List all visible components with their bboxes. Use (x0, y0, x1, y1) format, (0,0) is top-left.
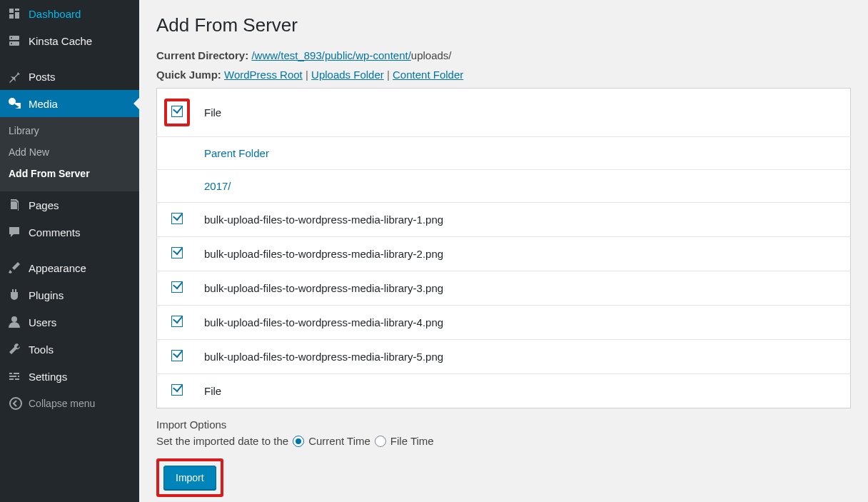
sidebar-subitem-library[interactable]: Library (0, 120, 139, 141)
radio-current-time[interactable] (293, 436, 304, 447)
import-date-row: Set the imported date to the Current Tim… (156, 435, 851, 447)
table-row: bulk-upload-files-to-wordpress-media-lib… (157, 237, 851, 271)
collapse-icon (9, 396, 23, 411)
sidebar-item-label: Pages (29, 199, 59, 211)
table-row-parent-folder: Parent Folder (157, 137, 851, 170)
sidebar-item-label: Appearance (29, 262, 86, 274)
comment-icon (7, 225, 21, 239)
sidebar-item-label: Dashboard (29, 8, 81, 20)
quick-jump-uploads-folder[interactable]: Uploads Folder (311, 69, 384, 81)
import-date-label: Set the imported date to the (156, 435, 288, 447)
user-icon (7, 315, 21, 329)
column-footer-file: File (197, 374, 851, 408)
pin-icon (7, 69, 21, 84)
file-checkbox[interactable] (171, 247, 183, 258)
sidebar-item-posts[interactable]: Posts (0, 63, 139, 90)
radio-file-time[interactable] (375, 436, 386, 447)
main-content: Add From Server Current Directory: /www/… (139, 0, 868, 502)
dashboard-icon (7, 6, 21, 21)
collapse-label: Collapse menu (29, 398, 95, 409)
sidebar-item-label: Comments (29, 226, 81, 239)
sidebar-item-label: Users (29, 316, 56, 328)
sidebar-item-comments[interactable]: Comments (0, 219, 139, 246)
table-row: bulk-upload-files-to-wordpress-media-lib… (157, 306, 851, 340)
collapse-menu-button[interactable]: Collapse menu (0, 390, 139, 417)
table-row: bulk-upload-files-to-wordpress-media-lib… (157, 203, 851, 237)
sidebar-item-appearance[interactable]: Appearance (0, 254, 139, 281)
quick-jump-content-folder[interactable]: Content Folder (393, 69, 463, 81)
sidebar-item-settings[interactable]: Settings (0, 363, 139, 390)
select-all-checkbox-bottom[interactable] (171, 384, 183, 396)
current-directory-path-tail: uploads/ (411, 49, 452, 61)
page-title: Add From Server (156, 14, 851, 36)
sidebar-item-label: Kinsta Cache (29, 35, 92, 47)
sidebar-item-label: Plugins (29, 289, 64, 301)
server-icon (7, 34, 21, 48)
sidebar-item-pages[interactable]: Pages (0, 191, 139, 219)
table-row: bulk-upload-files-to-wordpress-media-lib… (157, 340, 851, 374)
wrench-icon (7, 342, 21, 356)
quick-jump-wordpress-root[interactable]: WordPress Root (224, 69, 303, 81)
import-options: Import Options Set the imported date to … (156, 418, 851, 447)
table-header-row: File (157, 89, 851, 137)
file-name: bulk-upload-files-to-wordpress-media-lib… (197, 340, 851, 374)
table-footer-row: File (157, 374, 851, 408)
sidebar-submenu-media: Library Add New Add From Server (0, 117, 139, 191)
sidebar-item-media[interactable]: Media (0, 90, 139, 117)
table-row-folder: 2017/ (157, 170, 851, 203)
brush-icon (7, 261, 21, 275)
file-checkbox[interactable] (171, 350, 183, 361)
radio-file-time-label: File Time (390, 435, 434, 447)
plug-icon (7, 288, 21, 302)
highlight-import-button: Import (156, 458, 223, 497)
import-button[interactable]: Import (163, 466, 216, 490)
sidebar-item-label: Tools (29, 343, 54, 356)
sidebar-item-plugins[interactable]: Plugins (0, 281, 139, 308)
svg-point-4 (9, 98, 16, 105)
page-icon (7, 198, 21, 212)
file-checkbox[interactable] (171, 316, 183, 327)
sidebar-item-users[interactable]: Users (0, 308, 139, 336)
highlight-select-all (164, 99, 190, 126)
sidebar-item-dashboard[interactable]: Dashboard (0, 0, 139, 27)
folder-link[interactable]: 2017/ (204, 180, 231, 192)
file-checkbox[interactable] (171, 281, 183, 293)
sidebar-item-kinsta-cache[interactable]: Kinsta Cache (0, 27, 139, 54)
import-options-title: Import Options (156, 418, 851, 431)
current-directory-line: Current Directory: /www/test_893/public/… (156, 49, 851, 61)
file-name: bulk-upload-files-to-wordpress-media-lib… (197, 237, 851, 271)
current-directory-label: Current Directory: (156, 49, 248, 61)
file-name: bulk-upload-files-to-wordpress-media-lib… (197, 271, 851, 306)
sidebar-item-label: Posts (29, 71, 56, 83)
svg-point-5 (11, 316, 17, 322)
table-row: bulk-upload-files-to-wordpress-media-lib… (157, 271, 851, 306)
svg-point-6 (10, 398, 21, 409)
sidebar-item-label: Media (29, 98, 58, 110)
file-list-table: File Parent Folder 2017/ bulk-upload-fil… (156, 88, 851, 408)
svg-point-2 (11, 37, 12, 39)
file-checkbox[interactable] (171, 213, 183, 224)
sidebar-subitem-add-from-server[interactable]: Add From Server (0, 163, 139, 184)
svg-point-3 (11, 43, 12, 44)
media-icon (7, 96, 21, 111)
file-name: bulk-upload-files-to-wordpress-media-lib… (197, 306, 851, 340)
radio-current-time-label: Current Time (308, 435, 370, 447)
select-all-checkbox-top[interactable] (171, 106, 183, 117)
file-name: bulk-upload-files-to-wordpress-media-lib… (197, 203, 851, 237)
sliders-icon (7, 369, 21, 383)
sidebar-item-label: Settings (29, 371, 67, 383)
column-header-file: File (197, 89, 851, 137)
quick-jump-line: Quick Jump: WordPress Root | Uploads Fol… (156, 69, 851, 81)
admin-sidebar: Dashboard Kinsta Cache Posts Media Libra… (0, 0, 139, 502)
parent-folder-link[interactable]: Parent Folder (204, 147, 269, 159)
current-directory-path-link[interactable]: /www/test_893/public/wp-content/ (251, 49, 410, 61)
sidebar-item-tools[interactable]: Tools (0, 336, 139, 363)
sidebar-subitem-add-new[interactable]: Add New (0, 141, 139, 163)
quick-jump-label: Quick Jump: (156, 69, 221, 81)
